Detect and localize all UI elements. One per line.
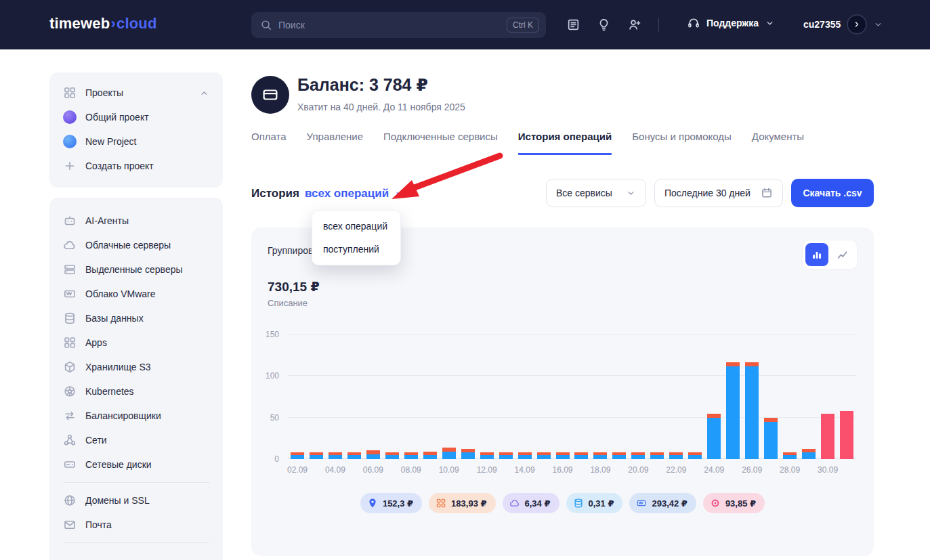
- period-filter-select[interactable]: Последние 30 дней: [654, 179, 783, 207]
- bar-stack: [802, 449, 816, 459]
- sidebar-project-avatar-purple[interactable]: Общий проект: [49, 105, 223, 129]
- sidebar-services-list: AI-АгентыОблачные серверыВыделенные серв…: [49, 209, 223, 477]
- tab-5[interactable]: Бонусы и промокоды: [632, 131, 732, 155]
- sidebar-item-kubernetes[interactable]: Kubernetes: [49, 379, 223, 404]
- logo-part1: timeweb: [49, 15, 110, 32]
- legend-item-vmware[interactable]: 293,42 ₽: [629, 493, 696, 513]
- sidebar-item-box[interactable]: Хранилище S3: [49, 355, 223, 379]
- sidebar-item-robot[interactable]: AI-Агенты: [49, 209, 223, 233]
- legend-item-target[interactable]: 93,85 ₽: [703, 493, 765, 513]
- sidebar-project-plus[interactable]: Создать проект: [49, 154, 223, 178]
- chart-legend: 152,3 ₽183,93 ₽6,34 ₽0,31 ₽293,42 ₽93,85…: [251, 493, 874, 513]
- y-tick-label: 100: [266, 371, 279, 381]
- tabs-bar: ОплатаУправлениеПодключенные сервисыИсто…: [251, 131, 804, 155]
- account-avatar[interactable]: [847, 14, 867, 35]
- legend-item-cloud[interactable]: 6,34 ₽: [503, 493, 559, 513]
- sidebar-projects-header[interactable]: Проекты: [49, 81, 223, 105]
- sidebar-item-label: Сетевые диски: [85, 459, 152, 470]
- sidebar-item-label: New Project: [85, 136, 136, 147]
- bar-10.09: [440, 335, 459, 459]
- chevron-down-icon: [765, 18, 775, 28]
- line-view-button[interactable]: [831, 243, 854, 266]
- period-filter-value: Последние 30 дней: [664, 188, 751, 198]
- bar-segment: [802, 452, 816, 459]
- history-filter[interactable]: История всех операций: [251, 187, 404, 200]
- cloud-icon: [509, 498, 520, 509]
- sidebar-item-database[interactable]: Базы данных: [49, 306, 223, 330]
- bar-02.09: [288, 335, 307, 459]
- bar-27.09: [761, 335, 780, 459]
- sidebar-item-globe[interactable]: Домены и SSL: [49, 488, 223, 513]
- sidebar-item-server[interactable]: Выделенные серверы: [49, 257, 223, 282]
- sidebar-item-cloud[interactable]: Облачные серверы: [49, 233, 223, 257]
- bar-stack: [650, 452, 664, 459]
- sidebar-projects-card: Проекты Общий проектNew ProjectСоздать п…: [49, 72, 223, 188]
- bar-26.09: [742, 335, 761, 459]
- dropdown-option-2[interactable]: поступлений: [312, 238, 400, 261]
- box-icon: [63, 360, 77, 374]
- chevron-up-icon[interactable]: [199, 88, 209, 98]
- bar-16.09: [553, 335, 572, 459]
- bar-stack: [499, 452, 513, 459]
- avatar-purple: [63, 110, 77, 124]
- chart-plot: 050100150: [288, 335, 856, 459]
- database-icon: [573, 498, 584, 509]
- search-input[interactable]: [278, 20, 507, 30]
- invite-user-icon[interactable]: [627, 18, 641, 32]
- search-box[interactable]: Ctrl K: [251, 12, 546, 38]
- chart-amount-caption: Списание: [268, 298, 308, 308]
- legend-item-database[interactable]: 0,31 ₽: [566, 493, 623, 513]
- bar-stack: [840, 411, 853, 459]
- bar-view-button[interactable]: [805, 243, 828, 266]
- bar-stack: [612, 452, 626, 459]
- y-tick-label: 150: [266, 330, 279, 339]
- account-menu[interactable]: cu27355: [803, 14, 883, 35]
- sidebar-item-vmware[interactable]: Облако VMware: [49, 282, 223, 306]
- tab-3[interactable]: Подключенные сервисы: [383, 131, 498, 155]
- bar-stack: [518, 452, 532, 459]
- tab-1[interactable]: Оплата: [251, 131, 287, 155]
- bar-stack: [726, 362, 740, 460]
- support-menu[interactable]: Поддержка: [687, 16, 775, 30]
- chevron-down-icon[interactable]: [394, 189, 404, 199]
- legend-value: 93,85 ₽: [725, 498, 756, 509]
- sidebar-item-network[interactable]: Сети: [49, 428, 223, 452]
- sidebar-item-balancer[interactable]: Балансировщики: [49, 404, 223, 428]
- legend-item-apps[interactable]: 183,93 ₽: [429, 493, 495, 513]
- services-filter-value: Все сервисы: [556, 188, 612, 198]
- x-tick-label: 26.09: [742, 465, 762, 475]
- bar-stack: [442, 448, 456, 459]
- legend-item-location[interactable]: 152,3 ₽: [360, 493, 422, 513]
- bar-12.09: [478, 335, 496, 459]
- bar-21.09: [648, 335, 667, 459]
- logo[interactable]: timeweb›cloud: [49, 15, 157, 33]
- tab-4[interactable]: История операций: [518, 131, 612, 155]
- bar-segment: [707, 418, 721, 459]
- sidebar-item-label: Kubernetes: [85, 386, 134, 397]
- sidebar-item-mail[interactable]: Почта: [49, 513, 223, 537]
- projects-grid-icon: [63, 86, 77, 100]
- tab-6[interactable]: Документы: [752, 131, 804, 155]
- sidebar-projects-list: Общий проектNew ProjectСоздать проект: [49, 105, 223, 178]
- download-csv-button[interactable]: Скачать .csv: [791, 179, 874, 207]
- sidebar-project-avatar-blue[interactable]: New Project: [49, 129, 223, 154]
- x-tick-label: 14.09: [515, 465, 535, 475]
- bar-stack: [593, 452, 607, 459]
- sidebar-item-label: Apps: [85, 337, 107, 348]
- chart-card: Группировка 730,15 ₽ Списание 050100150 …: [251, 228, 874, 556]
- x-tick-label: 02.09: [287, 465, 308, 475]
- sidebar-item-apps[interactable]: Apps: [49, 330, 223, 355]
- bar-stack: [537, 452, 551, 459]
- x-tick-label: 16.09: [553, 465, 573, 475]
- bar-segment: [764, 422, 778, 459]
- sidebar-item-disk[interactable]: Сетевые диски: [49, 452, 223, 477]
- x-tick-label: 04.09: [325, 465, 345, 475]
- services-filter-select[interactable]: Все сервисы: [546, 179, 646, 207]
- lightbulb-icon[interactable]: [597, 18, 611, 32]
- bar-segment: [745, 366, 759, 459]
- history-filter-value[interactable]: всех операций: [305, 187, 389, 200]
- changelog-icon[interactable]: [566, 18, 580, 32]
- search-icon: [260, 19, 272, 31]
- tab-2[interactable]: Управление: [307, 131, 363, 155]
- dropdown-option-1[interactable]: всех операций: [312, 215, 400, 238]
